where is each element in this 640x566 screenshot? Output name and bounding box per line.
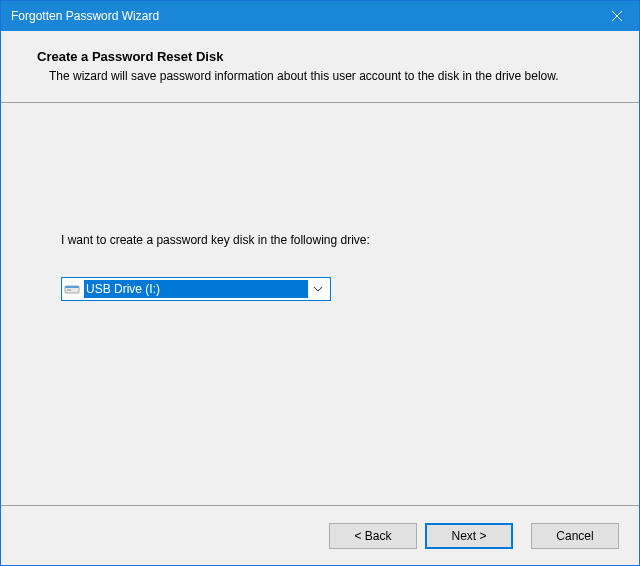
drive-select[interactable]: USB Drive (I:) <box>61 277 331 301</box>
svg-rect-4 <box>67 289 71 291</box>
usb-drive-icon <box>64 283 80 295</box>
header-section: Create a Password Reset Disk The wizard … <box>1 31 639 102</box>
page-description: The wizard will save password informatio… <box>37 68 611 84</box>
button-bar: < Back Next > Cancel <box>1 505 639 565</box>
drive-select-value: USB Drive (I:) <box>84 280 308 298</box>
body-section: I want to create a password key disk in … <box>1 103 639 505</box>
content-area: Create a Password Reset Disk The wizard … <box>1 31 639 565</box>
cancel-button[interactable]: Cancel <box>531 523 619 549</box>
next-button[interactable]: Next > <box>425 523 513 549</box>
page-title: Create a Password Reset Disk <box>37 49 611 64</box>
chevron-down-icon <box>308 278 328 300</box>
back-button[interactable]: < Back <box>329 523 417 549</box>
close-icon <box>612 11 622 21</box>
close-button[interactable] <box>594 1 639 31</box>
wizard-window: Forgotten Password Wizard Create a Passw… <box>0 0 640 566</box>
svg-rect-3 <box>65 286 79 288</box>
drive-prompt: I want to create a password key disk in … <box>61 233 579 247</box>
titlebar: Forgotten Password Wizard <box>1 1 639 31</box>
window-title: Forgotten Password Wizard <box>11 9 594 23</box>
